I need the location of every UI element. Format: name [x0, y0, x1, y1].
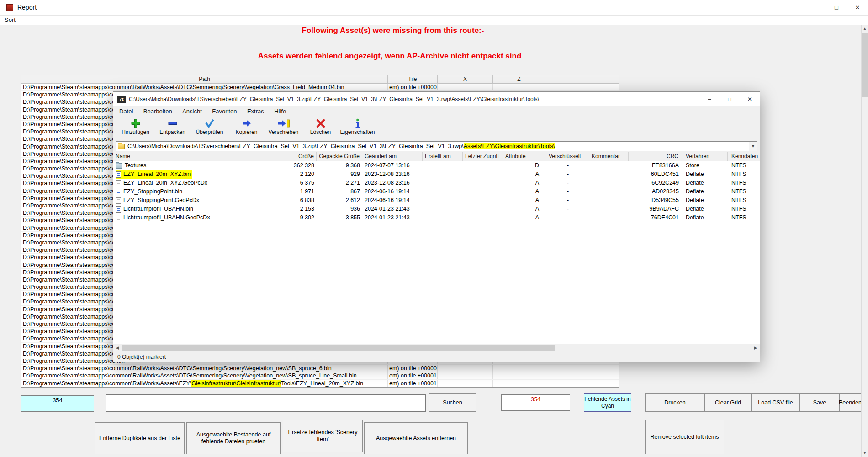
file-cell: - [546, 170, 589, 179]
quit-button[interactable]: Beenden [839, 393, 861, 412]
col-size[interactable]: Größe [267, 152, 317, 161]
menu-hilfe[interactable]: Hilfe [270, 106, 290, 115]
vertical-scrollbar[interactable]: ▲ ▼ [861, 25, 868, 457]
file-cell [589, 213, 629, 222]
check-selected-missing-button[interactable]: Ausgewaehlte Bestaende auf fehlende Date… [186, 422, 281, 454]
load-csv-button[interactable]: Load CSV file [751, 393, 800, 412]
grid-row[interactable]: D:\Programme\Steam\steamapps\common\Rail… [21, 365, 619, 372]
col-crc[interactable]: CRC [629, 152, 681, 161]
col-comment[interactable]: Kommentar [589, 152, 629, 161]
scroll-up-icon[interactable]: ▲ [862, 25, 868, 32]
col-packed-size[interactable]: Gepackte Größe [317, 152, 362, 161]
test-button[interactable]: Überprüfen [191, 117, 228, 140]
search-input[interactable] [106, 394, 426, 412]
extract-button[interactable]: Entpacken [154, 117, 191, 140]
move-arrow-icon [265, 118, 302, 129]
properties-button[interactable]: Eigenschaften [339, 117, 376, 140]
col-last-access[interactable]: Letzter Zugriff [463, 152, 503, 161]
missing-count-red-box: 354 [501, 394, 570, 411]
sevenzip-maximize-button[interactable]: □ [720, 92, 740, 106]
file-row[interactable]: EZY_StoppingPoint.bin1 9718672024-06-16 … [113, 187, 760, 196]
col-attributes[interactable]: Attribute [503, 152, 546, 161]
file-name: Lichtraumprofil_UBAHN.bin [123, 205, 193, 213]
close-button[interactable]: ✕ [847, 0, 868, 15]
grid-cell [438, 380, 493, 387]
grid-cell [493, 365, 545, 372]
file-cell [589, 170, 629, 179]
col-modified[interactable]: Geändert am [362, 152, 423, 161]
grid-header-path[interactable]: Path [21, 75, 388, 83]
menu-sort[interactable]: Sort [0, 16, 20, 23]
file-cell [589, 179, 629, 187]
file-cell: 60EDC451 [629, 170, 681, 179]
sevenzip-close-button[interactable]: ✕ [740, 92, 760, 106]
file-row[interactable]: EZY_StoppingPoint.GeoPcDx6 8382 6122024-… [113, 196, 760, 205]
address-bar: C:\Users\Micha\Downloads\TS\verschieben\… [113, 140, 760, 152]
grid-header-z[interactable]: Z [493, 75, 545, 83]
file-row[interactable]: Textures362 3289 3682024-07-07 13:16D-FE… [113, 161, 760, 170]
grid-cell-path: D:\Programme\Steam\steamapps\common\Rail… [21, 380, 388, 387]
scroll-left-icon[interactable]: ◀ [113, 344, 122, 352]
address-field[interactable]: C:\Users\Micha\Downloads\TS\verschieben\… [116, 141, 749, 151]
window-title: Report [17, 4, 37, 11]
col-encrypted[interactable]: Verschlüsselt [546, 152, 589, 161]
report-app-icon [6, 4, 13, 11]
replace-scenery-item-button[interactable]: Ersetze fehlendes 'Scenery Item' [283, 420, 363, 452]
menu-datei[interactable]: Datei [115, 106, 137, 115]
add-button[interactable]: Hinzufügen [117, 117, 154, 140]
copy-button[interactable]: Kopieren [228, 117, 265, 140]
file-name-cell: EZY_StoppingPoint.GeoPcDx [113, 196, 267, 205]
file-row[interactable]: Lichtraumprofil_UBAHN.bin2 1539362024-01… [113, 205, 760, 213]
grid-row[interactable]: D:\Programme\Steam\steamapps\common\Rail… [21, 84, 619, 91]
file-cell: NTFS [728, 196, 760, 205]
col-method[interactable]: Verfahren [681, 152, 728, 161]
vertical-scrollbar-thumb[interactable] [862, 33, 868, 97]
file-cell: 362 328 [267, 161, 317, 170]
address-dropdown-button[interactable]: ▾ [749, 141, 757, 151]
alert-missing-assets: Following Asset(s) were missing from thi… [0, 26, 786, 35]
file-icon [116, 180, 121, 186]
scroll-right-icon[interactable]: ▶ [752, 344, 760, 352]
file-cell: - [546, 205, 589, 213]
search-button[interactable]: Suchen [429, 393, 476, 412]
file-cell [463, 187, 503, 196]
sevenzip-toolbar: Hinzufügen Entpacken Überprüfen Kopieren [113, 117, 760, 140]
file-icon [116, 197, 121, 204]
remove-loft-items-button[interactable]: Remove selected loft items [645, 420, 724, 454]
remove-duplicates-button[interactable]: Entferne Duplikate aus der Liste [95, 422, 185, 454]
grid-cell-path: D:\Programme\Steam\steamapps\common\Rail… [21, 84, 388, 90]
menu-bearbeiten[interactable]: Bearbeiten [139, 106, 176, 115]
col-created[interactable]: Erstellt am [423, 152, 463, 161]
file-cell: 936 [317, 205, 362, 213]
grid-cell: em) on tile +000015-0 [388, 380, 438, 387]
file-row[interactable]: Lichtraumprofil_UBAHN.GeoPcDx9 3023 8552… [113, 213, 760, 222]
minimize-button[interactable]: – [805, 0, 826, 15]
horizontal-scrollbar[interactable]: ◀ ▶ [113, 344, 760, 352]
file-row[interactable]: EZY_Lineal_20m_XYZ.GeoPcDx6 3752 2712023… [113, 179, 760, 187]
col-name[interactable]: Name [113, 152, 267, 161]
delete-button[interactable]: Löschen [302, 117, 339, 140]
grid-header-x[interactable]: X [438, 75, 493, 83]
save-button[interactable]: Save [800, 393, 839, 412]
col-characteristics[interactable]: Kenndaten [728, 152, 760, 161]
grid-header-tile[interactable]: Tile [388, 75, 438, 83]
print-button[interactable]: Drucken [645, 393, 705, 412]
horizontal-scrollbar-thumb[interactable] [122, 345, 555, 351]
maximize-button[interactable]: □ [826, 0, 847, 15]
sevenzip-minimize-button[interactable]: – [699, 92, 720, 106]
grid-cell [438, 84, 493, 90]
scroll-down-icon[interactable]: ▼ [862, 450, 868, 457]
file-name-cell: Lichtraumprofil_UBAHN.bin [113, 205, 267, 213]
clear-grid-button[interactable]: Clear Grid [705, 393, 751, 412]
grid-cell-path: D:\Programme\Steam\steamapps\common\Rail… [21, 365, 388, 372]
file-cell: A [503, 213, 546, 222]
file-cell: 3 855 [317, 213, 362, 222]
grid-row[interactable]: D:\Programme\Steam\steamapps\common\Rail… [21, 372, 619, 379]
file-row[interactable]: EZY_Lineal_20m_XYZ.bin2 1209292023-12-08… [113, 170, 760, 179]
menu-favoriten[interactable]: Favoriten [208, 106, 241, 115]
menu-extras[interactable]: Extras [243, 106, 268, 115]
remove-selected-assets-button[interactable]: Ausgewaehlte Assets entfernen [364, 422, 468, 454]
menu-ansicht[interactable]: Ansicht [178, 106, 206, 115]
move-button[interactable]: Verschieben [265, 117, 302, 140]
grid-row[interactable]: D:\Programme\Steam\steamapps\common\Rail… [21, 380, 619, 387]
